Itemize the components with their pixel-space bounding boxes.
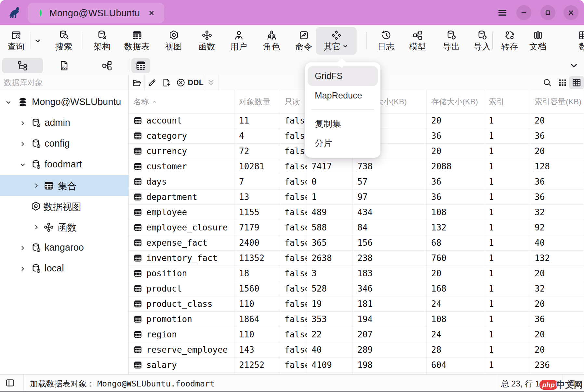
toolbar-sync-button[interactable]: 转存 [493, 27, 526, 55]
cell-readonly: false [280, 220, 307, 235]
close-button[interactable] [564, 5, 578, 20]
tree-expander-right-icon[interactable] [19, 119, 27, 127]
view-tab-diagram-view[interactable] [95, 58, 119, 73]
tool-ddl-label: DDL [188, 78, 204, 87]
tool-edit-button[interactable] [145, 76, 159, 89]
collection-row-employee_closure[interactable]: employee_closure7179false58884132192 [129, 220, 584, 235]
tree-expander-right-icon[interactable] [19, 244, 27, 252]
tab-close-icon[interactable] [148, 9, 155, 17]
tree-item-db-foodmart[interactable]: foodmart [0, 154, 128, 175]
toolbar-user-button[interactable]: 用户 [222, 27, 255, 55]
dbstack-icon [18, 97, 28, 108]
app-menu-button[interactable] [495, 5, 510, 20]
view-tab-sql-view[interactable] [52, 58, 76, 73]
tree-item-collections[interactable]: 集合 [0, 175, 128, 196]
collection-row-region[interactable]: region110false2220724120 [129, 327, 584, 342]
collection-row-customer[interactable]: customer10281false741773820881128 [129, 159, 584, 174]
column-header-index_size_kb[interactable]: 索引容量(KB) [530, 90, 584, 113]
cell-index_size_kb: 36 [530, 174, 584, 189]
grid-dots-icon [558, 78, 567, 87]
tool-grid-view-button[interactable] [555, 76, 570, 89]
collection-row-promotion[interactable]: promotion1864false353194108136 [129, 312, 584, 327]
tree-item-db-kangaroo[interactable]: kangaroo [0, 238, 128, 258]
menu-item--[interactable]: 复制集 [308, 114, 378, 134]
toolbar-button-label: 用户 [230, 42, 247, 52]
tree-item-mongo-connection[interactable]: Mongo@WSLUbuntu [0, 92, 128, 113]
tool-open-button[interactable] [129, 75, 145, 90]
tree-item-data-views[interactable]: 数据视图 [0, 196, 128, 217]
toolbar-grid-table-button[interactable]: 数 [567, 27, 584, 55]
collection-row-employee[interactable]: employee1155false489434108132 [129, 205, 584, 220]
toolbar-table-button[interactable]: 数据表 [121, 27, 153, 55]
menu-item--[interactable]: 分片 [308, 134, 378, 153]
tree-item-label: 函数 [58, 221, 77, 234]
view-tab-collections-tab[interactable] [131, 58, 150, 73]
cell-hidden: 528 [307, 281, 353, 296]
collection-row-position[interactable]: position18false318320120 [129, 266, 584, 281]
toolbar-view-button[interactable]: 视图 [157, 27, 190, 55]
column-header-name[interactable]: 名称 [129, 90, 234, 113]
minimize-button[interactable] [516, 5, 531, 20]
collection-row-inventory_fact[interactable]: inventory_fact11352false26382387601132 [129, 251, 584, 266]
maximize-button[interactable] [540, 5, 555, 20]
column-header-indexes[interactable]: 索引 [484, 90, 530, 113]
cell-indexes: 1 [484, 113, 530, 128]
toolbar-schema-button[interactable]: 架构 [86, 27, 118, 55]
cell-indexes: 1 [484, 358, 530, 372]
tool-table-view-button[interactable] [569, 76, 584, 89]
tree-expander-right-icon[interactable] [19, 265, 27, 273]
toolbar-button-label: 模型 [409, 42, 426, 52]
column-header-objects[interactable]: 对象数量 [234, 90, 280, 113]
tool-ddl-button[interactable]: DDL [189, 75, 203, 90]
toggle-left-panel-icon[interactable] [5, 378, 15, 388]
toolbar-query-button[interactable]: 查询 [2, 27, 30, 55]
tool-new-collection-button[interactable] [159, 76, 174, 89]
menu-item-gridfs[interactable]: GridFS [308, 66, 378, 86]
column-header-readonly[interactable]: 只读 [280, 90, 307, 113]
tree-expander-down-icon[interactable] [19, 161, 27, 169]
object-filter-input[interactable]: 数据库对象 [0, 75, 129, 90]
tree-item-db-admin[interactable]: admin [0, 113, 128, 134]
connection-tab[interactable]: Mongo@WSLUbuntu [28, 3, 164, 23]
tree-expander-right-icon[interactable] [33, 182, 40, 189]
cell-readonly: false [280, 205, 307, 220]
toolbar-model-button[interactable]: 模型 [401, 27, 434, 55]
tree-item-functions[interactable]: 函数 [0, 217, 128, 238]
toolbar-docs-button[interactable]: 文档 [522, 27, 554, 55]
collection-table-icon [133, 269, 142, 278]
collection-row-salary[interactable]: salary21252false41091986041236 [129, 358, 584, 373]
view-tab-explorer-tree[interactable] [2, 58, 43, 73]
toolbar-function-button[interactable]: 函数 [191, 27, 223, 55]
toolbar-roles-button[interactable]: 角色 [255, 27, 288, 55]
toolbar-chev-down-button[interactable] [31, 27, 45, 55]
collection-row-product_class[interactable]: product_class110false1918124120 [129, 296, 584, 312]
tree-expander-down-icon[interactable] [5, 98, 12, 106]
collection-row-product[interactable]: product1560false528346168132 [129, 281, 584, 296]
tree-item-db-config[interactable]: config [0, 134, 128, 154]
cell-readonly: false [280, 342, 307, 357]
collection-name: product [146, 284, 182, 294]
collection-row-department[interactable]: department13false19736136 [129, 189, 584, 205]
cell-storage_kb: 68 [427, 235, 484, 250]
collection-name: customer [146, 162, 187, 171]
column-header-storage_kb[interactable]: 存储大小(KB) [427, 90, 484, 113]
collection-row-days[interactable]: days7false05736136 [129, 174, 584, 189]
tool-delete-button[interactable] [174, 75, 188, 90]
tree-item-db-local[interactable]: local [0, 258, 128, 279]
view-tab-collapse[interactable] [566, 58, 581, 73]
collection-row-expense_fact[interactable]: expense_fact2400false36515668140 [129, 235, 584, 251]
tool-more-button[interactable] [204, 75, 219, 90]
cell-index_size_kb: 36 [530, 189, 584, 204]
database-icon [31, 160, 42, 170]
tree-expander-right-icon[interactable] [19, 140, 27, 148]
column-header-label: 索引容量(KB) [535, 97, 581, 107]
toolbar-others-button[interactable]: 其它 [316, 27, 357, 55]
toolbar-command-button[interactable]: 命令 [287, 27, 320, 55]
toolbar-db-export-button[interactable]: 导出 [435, 27, 468, 55]
toolbar-db-search-button[interactable]: 搜索 [47, 27, 80, 55]
tool-search-button[interactable] [540, 76, 555, 89]
toolbar-history-button[interactable]: 日志 [370, 27, 402, 55]
tree-expander-right-icon[interactable] [33, 223, 40, 231]
collection-row-reserve_employee[interactable]: reserve_employee143false4028928120 [129, 342, 584, 358]
menu-item-mapreduce[interactable]: MapReduce [308, 86, 378, 105]
